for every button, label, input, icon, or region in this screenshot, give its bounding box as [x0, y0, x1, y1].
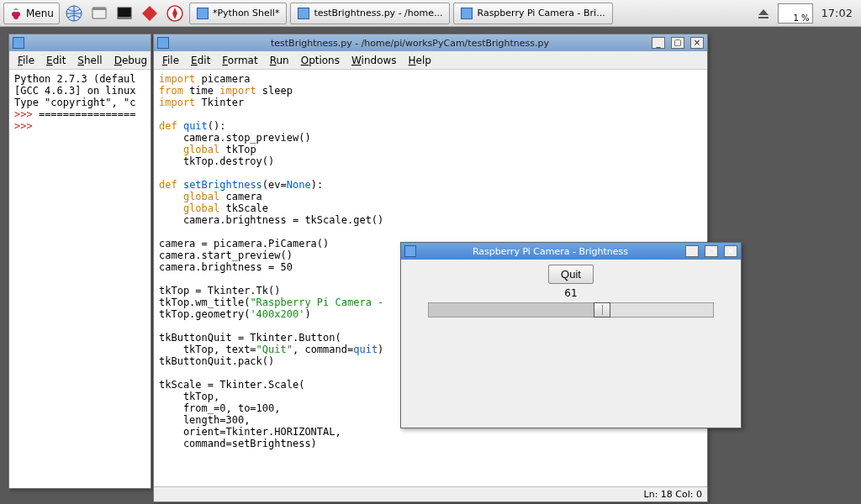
menu-button[interactable]: Menu [3, 3, 60, 24]
cpu-meter[interactable]: 1 % [778, 3, 813, 24]
web-browser-icon[interactable] [63, 3, 85, 24]
task-label: testBrightness.py - /home... [314, 8, 442, 18]
python-shell-window: File Edit Shell Debug Python 2.7.3 (defa… [8, 34, 151, 489]
cpu-value: 1 % [793, 13, 809, 23]
quit-button[interactable]: Quit [548, 265, 594, 284]
close-button[interactable]: × [724, 245, 737, 257]
raspberry-icon [9, 7, 23, 20]
window-icon [461, 8, 473, 19]
tk-titlebar[interactable]: Raspberry Pi Camera - Brightness _ ▢ × [401, 243, 741, 260]
svg-marker-11 [758, 9, 769, 15]
svg-rect-12 [758, 17, 769, 18]
task-label: Raspberry Pi Camera - Bri... [477, 8, 605, 18]
shell-text-area[interactable]: Python 2.7.3 (defaul[GCC 4.6.3] on linux… [9, 70, 151, 488]
window-icon [404, 245, 416, 257]
cursor-position: Ln: 18 Col: 0 [644, 489, 702, 500]
svg-rect-5 [92, 8, 106, 10]
editor-menubar: File Edit Format Run Options Windows Hel… [154, 51, 707, 70]
taskbar-task-tk[interactable]: Raspberry Pi Camera - Bri... [453, 3, 612, 24]
window-icon [13, 37, 24, 49]
file-manager-icon[interactable] [88, 3, 110, 24]
task-label: *Python Shell* [213, 8, 279, 18]
svg-point-2 [13, 14, 18, 19]
minimize-button[interactable]: _ [685, 245, 699, 257]
scale-value: 61 [564, 287, 577, 299]
menu-windows[interactable]: Windows [346, 53, 402, 68]
menu-file[interactable]: File [157, 53, 184, 68]
taskbar-task-editor[interactable]: testBrightness.py - /home... [290, 3, 450, 24]
taskbar: Menu *Python Shell* testBrightness.py - … [0, 0, 861, 27]
scale-thumb[interactable] [594, 302, 610, 318]
clock[interactable]: 17:02 [816, 7, 858, 19]
taskbar-task-python-shell[interactable]: *Python Shell* [189, 3, 287, 24]
menu-file[interactable]: File [13, 53, 40, 68]
editor-statusbar: Ln: 18 Col: 0 [154, 486, 707, 501]
menu-help[interactable]: Help [404, 53, 436, 68]
window-icon [197, 8, 209, 19]
shell-titlebar[interactable] [9, 34, 151, 51]
scale-trough [429, 303, 602, 317]
window-icon [298, 8, 309, 19]
terminal-icon[interactable] [114, 3, 135, 24]
maximize-button[interactable]: ▢ [705, 245, 718, 257]
minimize-button[interactable]: _ [652, 37, 665, 49]
mathematica-icon[interactable] [139, 3, 161, 24]
maximize-button[interactable]: ▢ [671, 37, 684, 49]
menu-run[interactable]: Run [265, 53, 294, 68]
tk-body: Quit 61 [401, 260, 741, 428]
brightness-scale[interactable] [428, 302, 714, 318]
editor-title: testBrightness.py - /home/pi/worksPyCam/… [174, 38, 646, 49]
menu-options[interactable]: Options [296, 53, 345, 68]
menu-shell[interactable]: Shell [72, 53, 107, 68]
editor-titlebar[interactable]: testBrightness.py - /home/pi/worksPyCam/… [154, 34, 707, 51]
tk-brightness-window: Raspberry Pi Camera - Brightness _ ▢ × Q… [400, 242, 742, 428]
menu-label: Menu [26, 8, 54, 19]
wolfram-icon[interactable] [164, 3, 186, 24]
shell-menubar: File Edit Shell Debug [9, 51, 151, 70]
svg-rect-7 [118, 17, 131, 19]
window-icon [157, 37, 169, 49]
menu-edit[interactable]: Edit [186, 53, 215, 68]
menu-format[interactable]: Format [217, 53, 262, 68]
menu-edit[interactable]: Edit [41, 53, 71, 68]
eject-icon[interactable] [753, 3, 774, 24]
tk-title: Raspberry Pi Camera - Brightness [421, 246, 679, 257]
menu-debug[interactable]: Debug [109, 53, 152, 68]
svg-marker-8 [142, 6, 157, 21]
close-button[interactable]: × [690, 37, 704, 49]
